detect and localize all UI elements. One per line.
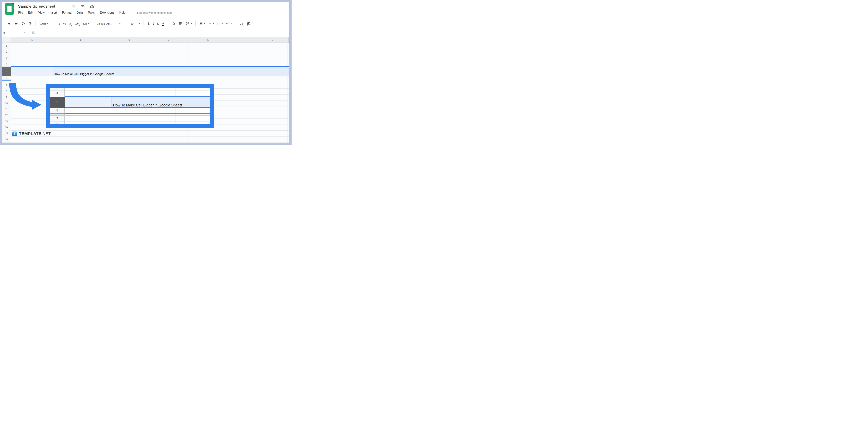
horizontal-align-icon[interactable]: ▾ [199, 22, 205, 26]
gridline [50, 122, 210, 122]
more-formats-button[interactable]: 123▾ [83, 22, 89, 25]
row-header-3[interactable]: 3 [2, 55, 10, 61]
column-header-b[interactable]: B [53, 37, 109, 42]
bold-button[interactable]: B [148, 22, 150, 26]
arrow-left-icon: ◀ [71, 25, 72, 26]
paint-format-icon[interactable] [28, 22, 32, 26]
logo-grid [7, 6, 11, 12]
text-wrap-icon[interactable]: ▾ [217, 22, 223, 26]
menu-view[interactable]: View [38, 11, 44, 14]
sheets-logo[interactable] [5, 3, 14, 15]
screenshot-frame: Sample Spreadsheet ☆ File Edit View Inse… [0, 0, 291, 145]
move-folder-icon[interactable] [80, 4, 85, 8]
chevron-down-icon: ▾ [191, 23, 192, 25]
row-header-11[interactable]: 11 [2, 106, 10, 112]
font-size-select[interactable]: 10▾ [128, 22, 140, 25]
menu-file[interactable]: File [18, 11, 23, 14]
menu-tools[interactable]: Tools [88, 11, 95, 14]
merge-cells-icon[interactable]: ▾ [186, 22, 192, 26]
menu-extensions[interactable]: Extensions [100, 11, 114, 14]
fill-color-icon[interactable] [172, 22, 176, 26]
star-icon[interactable]: ☆ [72, 5, 75, 8]
formula-input[interactable] [42, 29, 288, 37]
format-percent-button[interactable]: % [63, 22, 66, 25]
watermark: T TEMPLATE.NET [12, 131, 51, 136]
toolbar-separator [168, 21, 168, 26]
decrease-decimal-button[interactable]: .0◀ [69, 22, 71, 25]
cloud-saved-icon[interactable] [90, 4, 95, 8]
logo-fold [11, 3, 14, 6]
toolbar-separator [144, 21, 144, 26]
menu-edit[interactable]: Edit [28, 11, 33, 14]
watermark-tld: .NET [41, 131, 51, 136]
row-header-10[interactable]: 10 [2, 100, 10, 106]
row-resize-handle[interactable] [2, 80, 11, 81]
chevron-down-icon: ▾ [47, 23, 48, 25]
chevron-down-icon: ▾ [222, 23, 223, 25]
row-header-5-selected[interactable]: 5 [2, 67, 10, 76]
column-header-e[interactable]: E [187, 37, 229, 42]
row-header-9[interactable]: 9 [2, 94, 10, 100]
cell-b5-text[interactable]: How To Make Cell Bigger in Google Sheets [54, 67, 114, 77]
inset-row-header-4: 4 [50, 90, 65, 97]
text-rotation-icon[interactable]: ▾ [226, 22, 231, 26]
toolbar-separator [195, 21, 196, 26]
column-header-d[interactable]: D [150, 37, 187, 42]
active-cell-a5[interactable] [11, 67, 53, 76]
column-header-g[interactable]: G [258, 37, 287, 42]
menu-insert[interactable]: Insert [50, 11, 57, 14]
menu-data[interactable]: Data [76, 11, 83, 14]
row-header-4[interactable]: 4 [2, 61, 10, 67]
column-header-c[interactable]: C [109, 37, 150, 42]
row-header-6[interactable]: 6 [2, 76, 10, 80]
strikethrough-button[interactable]: S [157, 22, 159, 25]
gridline [11, 142, 288, 143]
row-header-15[interactable]: 15 [2, 130, 10, 136]
italic-button[interactable]: I [153, 22, 154, 26]
document-title[interactable]: Sample Spreadsheet [18, 4, 55, 8]
insert-comment-icon[interactable] [247, 22, 251, 26]
inset-row-header-8: 8 [50, 122, 65, 127]
row-header-13[interactable]: 13 [2, 118, 10, 124]
google-sheets-window: Sample Spreadsheet ☆ File Edit View Inse… [2, 2, 288, 143]
redo-icon[interactable] [14, 22, 18, 26]
column-header-f[interactable]: F [229, 37, 258, 42]
inset-row-header-5-selected: 5 [50, 97, 65, 108]
zoom-inset-panel: 4 How To Make Cell Bigger in Google Shee… [46, 84, 214, 128]
gridline [11, 49, 288, 49]
row-header-7[interactable]: 7 [2, 82, 10, 89]
chevron-down-icon: ▾ [230, 23, 231, 25]
column-header-a[interactable]: A [11, 37, 53, 42]
row-headers: 1 2 3 4 5 6 7 8 9 10 11 12 13 14 15 16 [2, 43, 11, 143]
name-box[interactable]: :5 [3, 31, 5, 34]
row-header-12[interactable]: 12 [2, 112, 10, 118]
undo-icon[interactable] [7, 22, 11, 26]
template-net-logo-icon: T [12, 132, 17, 136]
vertical-align-icon[interactable]: ▾ [208, 22, 214, 26]
font-name-select[interactable]: Default (Ari…▾ [96, 22, 120, 25]
increase-decimal-button[interactable]: .00▶ [75, 22, 79, 25]
text-color-button[interactable]: A [162, 22, 164, 26]
row-header-14[interactable]: 14 [2, 124, 10, 130]
last-edit-link[interactable]: Last edit was 9 minutes ago [137, 11, 172, 14]
toolbar-separator [55, 21, 55, 26]
row-header-16[interactable]: 16 [2, 136, 10, 142]
format-currency-button[interactable]: $ [59, 22, 60, 25]
chevron-down-icon[interactable]: ▾ [24, 32, 25, 34]
row-header-8[interactable]: 8 [2, 89, 10, 94]
toolbar-separator [35, 21, 36, 26]
zoom-select[interactable]: 100%▾ [39, 22, 51, 25]
borders-icon[interactable] [179, 22, 183, 26]
menu-format[interactable]: Format [62, 11, 71, 14]
print-icon[interactable] [21, 22, 25, 26]
column-header-partial[interactable] [287, 37, 288, 42]
watermark-name: TEMPLATE [19, 131, 41, 136]
chevron-down-icon: ▾ [213, 23, 214, 25]
menu-help[interactable]: Help [119, 11, 125, 14]
row-header-1[interactable]: 1 [2, 43, 10, 49]
row-header-2[interactable]: 2 [2, 49, 10, 55]
inset-active-cell [65, 97, 112, 108]
select-all-corner[interactable] [2, 37, 11, 42]
chevron-down-icon: ▾ [139, 23, 140, 25]
insert-link-icon[interactable] [239, 22, 244, 26]
